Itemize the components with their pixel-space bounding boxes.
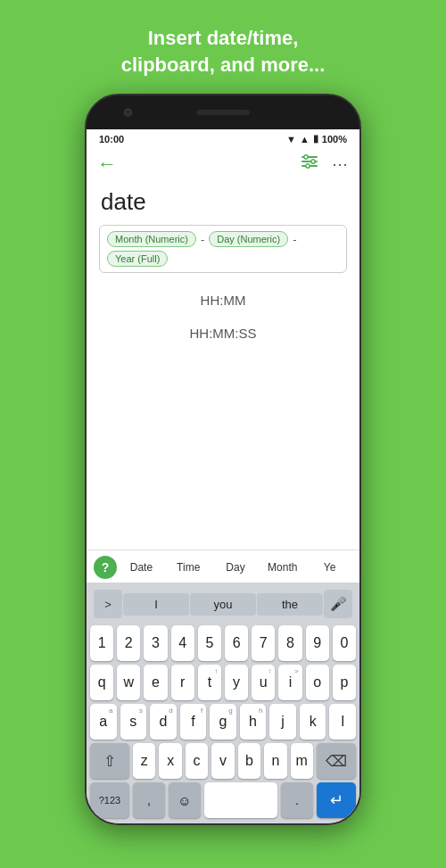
shortcut-month[interactable]: Month [260,561,305,574]
key-l[interactable]: l [329,704,356,740]
list-area: HH:MM HH:MM:SS [87,280,359,550]
key-0[interactable]: 0 [333,625,356,661]
key-h[interactable]: hh [240,704,267,740]
app-toolbar: ← ⋯ [87,146,359,181]
camera-dot [124,109,132,117]
chip-month[interactable]: Month (Numeric) [107,231,196,247]
space-key[interactable] [204,782,277,818]
key-t[interactable]: t↑ [198,665,221,700]
shortcut-time[interactable]: Time [166,561,211,574]
key-2[interactable]: 2 [117,625,140,661]
chip-sep-1: - [201,233,204,246]
shortcut-year[interactable]: Ye [307,561,352,574]
phone-frame: 10:00 ▼ ▲ ▮ 100% ← [85,94,361,825]
filter-button[interactable] [300,152,319,176]
key-a[interactable]: aa [90,704,117,740]
chips-area: Month (Numeric) - Day (Numeric) - Year (… [87,219,359,280]
key-v[interactable]: v [211,743,234,779]
speaker-bar [196,110,250,115]
num-sym-button[interactable]: ?123 [90,782,129,818]
key-x[interactable]: x [159,743,181,779]
key-j[interactable]: j [269,704,296,740]
svg-point-5 [306,164,310,168]
key-row-1: q w e r t↑ y u↑ i> o p [90,665,356,700]
key-7[interactable]: 7 [252,625,275,661]
key-o[interactable]: o [306,665,329,700]
suggest-word-i[interactable]: I [123,593,189,616]
header-text: Insert date/time, clipboard, and more... [121,25,326,78]
signal-icon: ▲ [300,134,310,145]
key-i[interactable]: i> [278,665,301,700]
shortcut-day[interactable]: Day [213,561,259,574]
key-n[interactable]: n [264,743,286,779]
bottom-key-row: ?123 , ☺ . ↵ [90,782,356,818]
key-f[interactable]: ff [180,704,207,740]
period-key[interactable]: . [281,782,313,818]
enter-button[interactable]: ↵ [317,782,356,818]
key-r[interactable]: r [171,665,194,700]
search-area: date [87,181,359,219]
svg-point-3 [304,155,308,159]
keyboard-area: > I you the 🎤 1 2 3 4 5 6 7 8 9 0 q [87,583,359,823]
key-e[interactable]: e [144,665,167,700]
back-button[interactable]: ← [97,153,117,176]
status-bar: 10:00 ▼ ▲ ▮ 100% [87,129,359,146]
suggestions-row: > I you the 🎤 [90,586,356,622]
backspace-button[interactable]: ⌫ [317,743,356,779]
chip-sep-2: - [293,233,296,246]
key-u[interactable]: u↑ [252,665,275,700]
shortcut-date[interactable]: Date [119,561,164,574]
key-g[interactable]: gg [210,704,236,740]
key-z[interactable]: z [133,743,155,779]
list-item-hhmmss[interactable]: HH:MM:SS [87,317,359,350]
header-line1: Insert date/time, [148,27,299,49]
suggest-nav-button[interactable]: > [94,590,122,618]
key-k[interactable]: k [300,704,326,740]
key-3[interactable]: 3 [144,625,167,661]
suggest-word-you[interactable]: you [190,593,256,616]
key-w[interactable]: w [117,665,140,700]
key-c[interactable]: c [186,743,208,779]
key-4[interactable]: 4 [171,625,194,661]
key-6[interactable]: 6 [225,625,248,661]
status-icons: ▼ ▲ ▮ 100% [286,133,347,145]
help-button[interactable]: ? [94,556,117,579]
list-item-hhmm[interactable]: HH:MM [87,284,359,317]
chip-year[interactable]: Year (Full) [107,251,168,267]
key-row-2: aa ss dd ff gg hh j k l [90,704,356,740]
number-row: 1 2 3 4 5 6 7 8 9 0 [90,625,356,661]
svg-point-4 [311,160,315,163]
phone-top-bar [87,95,359,129]
battery-icon: ▮ [313,133,318,145]
wifi-icon: ▼ [286,134,296,145]
chip-day[interactable]: Day (Numeric) [209,231,288,247]
key-9[interactable]: 9 [306,625,329,661]
suggest-word-the[interactable]: the [257,593,323,616]
key-8[interactable]: 8 [278,625,301,661]
status-time: 10:00 [99,134,124,145]
shortcuts-bar: ? Date Time Day Month Ye [87,550,359,583]
search-text: date [101,188,146,215]
shift-button[interactable]: ⇧ [90,743,129,779]
comma-key[interactable]: , [133,782,165,818]
key-row-3: ⇧ z x c v b n m ⌫ [90,743,356,779]
toolbar-right-actions: ⋯ [300,152,349,176]
key-s[interactable]: ss [120,704,147,740]
key-y[interactable]: y [225,665,248,700]
battery-pct: 100% [322,134,347,145]
phone-screen: 10:00 ▼ ▲ ▮ 100% ← [87,129,359,823]
header-line2: clipboard, and more... [121,54,326,76]
more-button[interactable]: ⋯ [332,154,349,174]
key-m[interactable]: m [291,743,313,779]
suggest-mic-button[interactable]: 🎤 [324,590,352,618]
key-p[interactable]: p [333,665,356,700]
key-d[interactable]: dd [150,704,177,740]
key-5[interactable]: 5 [198,625,221,661]
chips-row: Month (Numeric) - Day (Numeric) - Year (… [99,225,347,273]
key-1[interactable]: 1 [90,625,113,661]
key-q[interactable]: q [90,665,113,700]
key-b[interactable]: b [238,743,260,779]
emoji-button[interactable]: ☺ [169,782,201,818]
